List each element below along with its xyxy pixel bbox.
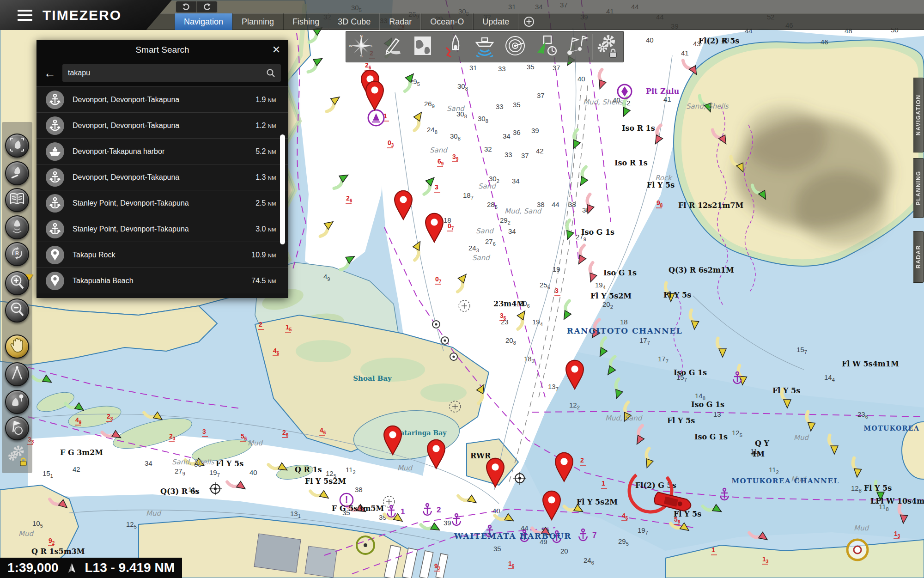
depth-sounding: 19 bbox=[553, 265, 560, 273]
top-bar: NavigationPlanningFishing3D CubeRadarOce… bbox=[0, 0, 924, 30]
redo-button[interactable] bbox=[197, 1, 217, 12]
tab-radar[interactable]: Radar bbox=[380, 13, 421, 30]
toolbar-marks[interactable] bbox=[561, 34, 592, 60]
sediment-label: Sand bbox=[447, 104, 465, 113]
toolbar-own-ship[interactable] bbox=[438, 34, 469, 60]
toolbar-settings-button[interactable] bbox=[6, 443, 30, 468]
depth-sounding: 41 bbox=[663, 95, 671, 103]
search-result-row[interactable]: Devonport, Devonport-Takapuna1.3 NM bbox=[36, 164, 288, 190]
hand-icon bbox=[10, 338, 24, 355]
light-label: Iso R 1s bbox=[622, 124, 655, 133]
workspace-tabs: NavigationPlanningFishing3D CubeRadarOce… bbox=[175, 13, 540, 30]
toolbar-sounder[interactable] bbox=[469, 34, 500, 60]
tab-planning[interactable]: Planning bbox=[232, 13, 283, 30]
search-input[interactable]: takapu bbox=[62, 64, 281, 82]
measure-button[interactable] bbox=[5, 362, 29, 386]
light-label: Iso R 1s bbox=[614, 158, 648, 167]
boat-sonar-button[interactable] bbox=[5, 215, 29, 239]
side-tab-navigation[interactable]: NAVIGATION bbox=[913, 78, 924, 152]
result-distance: 10.9 NM bbox=[251, 251, 276, 259]
search-result-row[interactable]: Takapuahia Beach74.5 NM bbox=[36, 268, 288, 293]
reset-r-icon: R bbox=[10, 246, 24, 262]
toolbar-edit-route[interactable] bbox=[377, 34, 408, 60]
pan-button[interactable] bbox=[5, 335, 29, 359]
depth-sounding: 32 bbox=[484, 145, 492, 153]
logbook-icon bbox=[9, 192, 25, 208]
depth-sounding: 34 bbox=[508, 227, 516, 235]
zoom-in-icon bbox=[9, 274, 25, 292]
sediment-label: Sand bbox=[430, 146, 448, 154]
sediment-label: Sand bbox=[472, 254, 491, 262]
toolbar-chart-mode[interactable] bbox=[407, 34, 438, 60]
channel-label: MOTUKOREA CHANNEL bbox=[731, 477, 839, 485]
light-label: Fl R 12s21m7M bbox=[678, 201, 743, 210]
logbook-button[interactable] bbox=[5, 188, 29, 212]
tab-navigation[interactable]: Navigation bbox=[175, 13, 232, 30]
result-distance: 1.3 NM bbox=[255, 173, 276, 182]
event-button[interactable] bbox=[5, 416, 29, 440]
search-result-row[interactable]: Devonport, Devonport-Takapuna1.9 NM bbox=[36, 86, 288, 112]
undo-redo-group bbox=[176, 1, 218, 13]
tab-ocean-o[interactable]: Ocean-O bbox=[421, 13, 473, 30]
pin-icon bbox=[46, 272, 64, 290]
light-label: Fl Y 5s2M bbox=[305, 477, 346, 486]
search-row: ← takapu bbox=[36, 60, 288, 86]
side-tab-radar[interactable]: RADAR bbox=[913, 231, 924, 283]
result-label: Stanley Point, Devonport-Takapuna bbox=[73, 199, 247, 207]
toolbar-radar[interactable] bbox=[500, 34, 531, 60]
sediment-label: Sand bbox=[476, 227, 494, 235]
depth-sounding: 41 bbox=[681, 49, 689, 57]
back-arrow-icon[interactable]: ← bbox=[44, 67, 56, 79]
undo-button[interactable] bbox=[176, 1, 197, 12]
zoom-in-button[interactable] bbox=[5, 271, 29, 295]
tab-update[interactable]: Update bbox=[473, 13, 518, 30]
search-result-row[interactable]: Stanley Point, Devonport-Takapuna2.5 NM bbox=[36, 190, 288, 216]
channel-label: RANGITOTO CHANNEL bbox=[567, 326, 682, 335]
tab-fishing[interactable]: Fishing bbox=[283, 13, 328, 30]
result-distance: 1.9 NM bbox=[255, 96, 276, 104]
center-boat-button[interactable] bbox=[5, 134, 29, 158]
search-result-row[interactable]: Takapu Rock10.9 NM bbox=[36, 242, 288, 268]
depth-sounding: 37 bbox=[553, 64, 560, 72]
menu-hamburger-icon[interactable] bbox=[18, 10, 32, 21]
toolbar-goto[interactable] bbox=[530, 34, 561, 60]
search-result-row[interactable]: Devonport-Takapuna harbor5.2 NM bbox=[36, 138, 288, 164]
light-label: LFl W 10s4m2 bbox=[870, 497, 924, 505]
flag-icon bbox=[10, 420, 24, 437]
flags-icon bbox=[564, 34, 589, 59]
light-label: 4M bbox=[751, 450, 765, 458]
pilot-label: Plt Zulu bbox=[646, 87, 679, 96]
depth-sounding: 33 bbox=[505, 151, 512, 158]
goto-boat-button[interactable] bbox=[5, 161, 29, 185]
svg-text:7: 7 bbox=[592, 531, 596, 540]
sediment-label: Mud bbox=[397, 464, 413, 472]
mob-button[interactable] bbox=[5, 390, 29, 414]
search-result-row[interactable]: Stanley Point, Devonport-Takapuna3.0 NM bbox=[36, 216, 288, 242]
harbor-icon bbox=[46, 142, 64, 161]
toolbar-compass[interactable]: NSWE bbox=[346, 34, 377, 60]
zoom-out-button[interactable] bbox=[5, 298, 29, 322]
sediment-label: Sand, Shells bbox=[686, 102, 729, 110]
depth-sounding: 42 bbox=[73, 465, 80, 473]
smart-search-header: Smart Search ✕ bbox=[36, 40, 288, 60]
tab-3d-cube[interactable]: 3D Cube bbox=[328, 13, 380, 30]
add-workspace-icon[interactable] bbox=[518, 13, 540, 30]
close-icon[interactable]: ✕ bbox=[269, 43, 284, 57]
depth-sounding: 18 bbox=[620, 318, 628, 326]
side-tab-planning[interactable]: PLANNING bbox=[913, 158, 924, 218]
toolbar-settings[interactable] bbox=[593, 34, 624, 60]
sediment-label: Mud bbox=[248, 439, 263, 447]
search-result-row[interactable]: Devonport, Devonport-Takapuna1.2 NM bbox=[36, 112, 288, 138]
depth-sounding: 13 bbox=[713, 410, 721, 418]
anchor-icon bbox=[46, 194, 64, 213]
light-label: Fl Y 5s bbox=[663, 291, 691, 299]
app-title: TIMEZERO bbox=[43, 7, 122, 23]
depth-sounding: 39 bbox=[444, 519, 451, 527]
drying-height: 1 bbox=[602, 480, 605, 487]
results-scrollbar[interactable] bbox=[280, 134, 285, 244]
result-distance: 2.5 NM bbox=[255, 199, 276, 207]
svg-text:R: R bbox=[15, 250, 19, 256]
auto-reset-button[interactable]: R bbox=[5, 242, 29, 266]
result-distance: 5.2 NM bbox=[255, 147, 276, 156]
channel-label: MOTUKOREA bbox=[864, 425, 920, 432]
